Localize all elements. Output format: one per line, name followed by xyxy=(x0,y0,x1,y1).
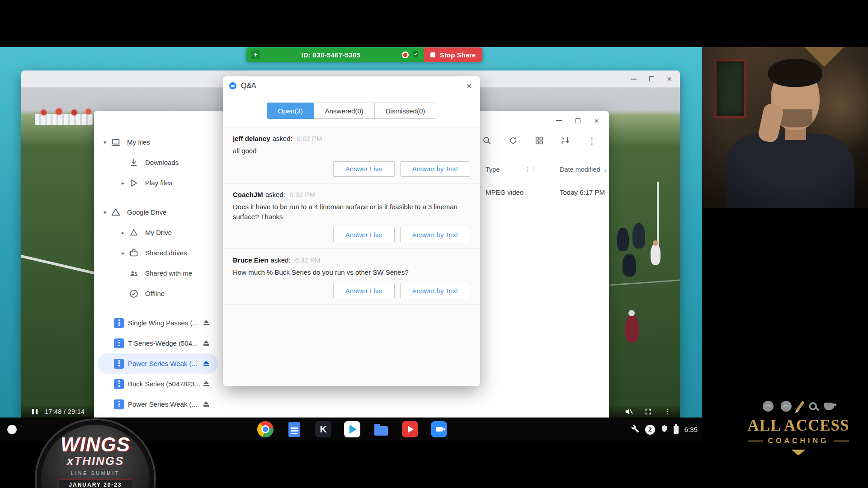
column-header-date-modified[interactable]: Date modified ↓ xyxy=(560,166,607,173)
wings-logo-tagline: LINE SUMMIT xyxy=(71,471,120,476)
wings-logo-dates: JANUARY 20-23 xyxy=(59,479,132,488)
qa-question-list: jeff delaneyasked:6:02 PM all good Answe… xyxy=(223,127,480,386)
question-text: How much % Buck Series do you run vs oth… xyxy=(233,267,470,277)
sidebar-item-downloads[interactable]: Downloads xyxy=(94,152,222,173)
sidebar-item-shared-drives[interactable]: ▸ Shared drives xyxy=(94,243,222,263)
stop-share-button[interactable]: Stop Share xyxy=(424,47,482,62)
eject-icon[interactable] xyxy=(203,381,210,387)
close-icon[interactable]: × xyxy=(667,75,672,83)
mounted-archive-item[interactable]: Power Series Weak (... xyxy=(98,394,218,414)
answer-by-text-button[interactable]: Answer by Text xyxy=(400,161,470,177)
expander-icon[interactable]: ▾ xyxy=(99,209,110,216)
more-options-icon[interactable]: ⋮ xyxy=(664,408,671,415)
qa-tabs: Open(3) Answered(0) Dismissed(0) xyxy=(223,103,480,119)
minimize-icon[interactable] xyxy=(631,79,637,80)
file-type-cell: MPEG video xyxy=(486,188,524,196)
mounted-archive-item[interactable]: Buck Series (5047823... xyxy=(98,374,218,394)
gold-chevron xyxy=(791,450,806,455)
meeting-id: ID: 830-5467-5305 xyxy=(264,51,398,59)
eject-icon[interactable] xyxy=(203,401,210,408)
sidebar-item-google-drive[interactable]: ▾ Google Drive xyxy=(94,202,222,222)
asker-name: CoachJM xyxy=(233,191,263,198)
question-time: 6:32 PM xyxy=(290,191,315,198)
mounted-archive-item-selected[interactable]: Power Series Weak (... xyxy=(98,353,218,374)
people-icon xyxy=(128,268,139,279)
eject-icon[interactable] xyxy=(203,361,210,367)
close-icon[interactable]: × xyxy=(465,80,474,91)
answer-live-button[interactable]: Answer Live xyxy=(333,283,395,298)
battery-icon xyxy=(674,426,679,434)
column-drag-handle-icon[interactable]: ⋮⋮ xyxy=(524,165,537,173)
volume-icon[interactable] xyxy=(625,408,633,415)
archive-icon xyxy=(114,399,124,409)
asker-name: Bruce Eien xyxy=(233,256,268,264)
tab-open[interactable]: Open(3) xyxy=(267,103,314,119)
tab-answered[interactable]: Answered(0) xyxy=(314,103,375,119)
answer-by-text-button[interactable]: Answer by Text xyxy=(400,227,470,242)
chrome-icon[interactable] xyxy=(257,421,274,437)
sidebar-item-offline[interactable]: Offline xyxy=(94,283,222,304)
status-tray[interactable]: 2 6:35 xyxy=(631,418,698,441)
qa-question: CoachJMasked:6:32 PM Does it have to be … xyxy=(223,183,480,249)
mounted-archive-item[interactable]: T Series-Wedge (504... xyxy=(98,333,218,353)
expander-icon[interactable]: ▾ xyxy=(99,139,110,145)
sidebar-item-shared-with-me[interactable]: Shared with me xyxy=(94,263,222,283)
all-access-subtitle: COACHING xyxy=(768,437,829,445)
fullscreen-icon[interactable] xyxy=(645,408,652,415)
files-toolbar: AZ ⋮ xyxy=(481,135,597,146)
more-options-icon[interactable]: ⋮ xyxy=(586,135,597,146)
play-store-icon[interactable] xyxy=(344,421,360,437)
maximize-icon[interactable] xyxy=(576,118,580,123)
wings-logo-title: WINGS xyxy=(61,435,130,455)
video-app-icon[interactable] xyxy=(402,421,418,437)
football-player-red xyxy=(625,314,639,343)
qa-question: Bruce Eienasked:6:32 PM How much % Buck … xyxy=(223,249,480,305)
answer-by-text-button[interactable]: Answer by Text xyxy=(400,283,470,298)
sidebar-item-my-drive[interactable]: ▸ My Drive xyxy=(94,222,222,243)
expander-icon[interactable]: ▸ xyxy=(118,230,128,236)
answer-live-button[interactable]: Answer Live xyxy=(333,227,395,242)
launcher-button[interactable] xyxy=(7,425,17,434)
pause-icon[interactable] xyxy=(32,409,38,414)
all-access-coaching-logo: ALL ACCESS COACHING xyxy=(742,400,855,455)
pencil-icon xyxy=(796,401,805,412)
column-header-type[interactable]: Type xyxy=(486,166,500,173)
sidebar-item-my-files[interactable]: ▾ My files xyxy=(94,132,222,152)
grid-view-icon[interactable] xyxy=(534,135,545,146)
ball-icon xyxy=(781,401,792,412)
whistle-icon xyxy=(824,403,834,410)
security-shield-icon[interactable] xyxy=(412,50,419,60)
close-icon[interactable]: × xyxy=(594,117,599,125)
archive-icon xyxy=(114,318,124,328)
files-app-icon[interactable] xyxy=(373,421,389,437)
mounted-archive-item[interactable]: Single Wing Passes (... xyxy=(98,313,218,333)
refresh-icon[interactable] xyxy=(508,135,519,146)
maximize-icon[interactable] xyxy=(649,76,654,81)
sort-az-icon[interactable]: AZ xyxy=(560,135,571,146)
tools-icon xyxy=(631,425,639,435)
offline-check-icon xyxy=(128,288,139,299)
play-icon xyxy=(128,178,139,188)
all-access-title: ALL ACCESS xyxy=(742,418,855,433)
referee-figure xyxy=(651,244,660,265)
qa-window-title: Q&A xyxy=(241,82,256,90)
my-drive-icon xyxy=(128,227,139,238)
sidebar-item-play-files[interactable]: ▸ Play files xyxy=(94,173,222,193)
wings-logo-subtitle: xTHINGS xyxy=(67,455,124,468)
tab-dismissed[interactable]: Dismissed(0) xyxy=(374,103,437,119)
vignette xyxy=(702,47,868,208)
expander-icon[interactable]: ▸ xyxy=(118,250,128,256)
recording-indicator-icon[interactable] xyxy=(402,52,409,58)
minimize-icon[interactable] xyxy=(556,120,562,121)
search-icon[interactable] xyxy=(481,135,492,146)
google-docs-icon[interactable] xyxy=(286,421,302,437)
eject-icon[interactable] xyxy=(203,320,210,326)
answer-live-button[interactable]: Answer Live xyxy=(333,161,395,177)
football-player-silhouette xyxy=(623,254,636,277)
question-time: 6:32 PM xyxy=(295,256,321,264)
expander-icon[interactable]: ▸ xyxy=(118,180,128,186)
zoom-app-icon[interactable] xyxy=(431,421,447,437)
eject-icon[interactable] xyxy=(203,340,210,347)
kami-icon[interactable]: K xyxy=(315,421,331,437)
hash-line xyxy=(609,279,680,286)
